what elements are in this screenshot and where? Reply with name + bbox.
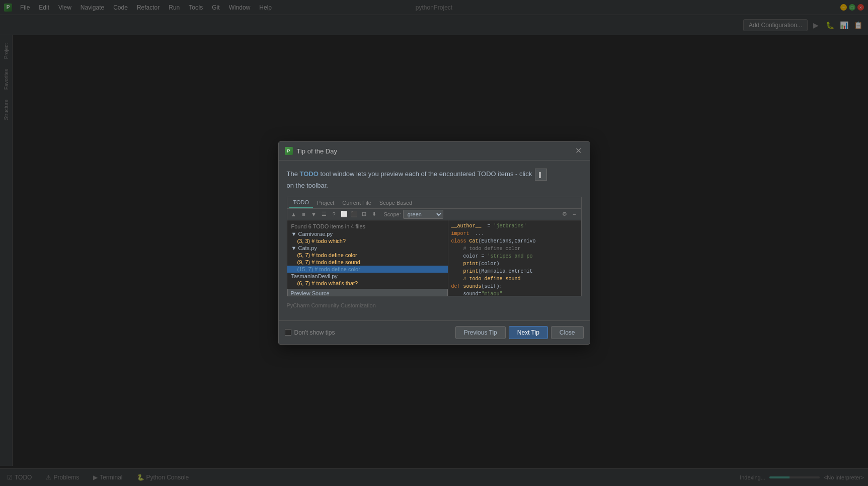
todo-download-icon[interactable]: ⬇: [370, 210, 379, 219]
dont-show-checkbox-area[interactable]: Don't show tips: [285, 329, 335, 336]
todo-item-4[interactable]: (15, 7) # todo define color: [287, 266, 448, 273]
tip-toolbar-icon: ▌: [535, 169, 547, 181]
tip-dialog: P Tip of the Day ✕ The TODO tool window …: [278, 141, 590, 345]
modal-overlay: P Tip of the Day ✕ The TODO tool window …: [0, 0, 868, 486]
todo-list-icon[interactable]: ≡: [299, 210, 308, 219]
todo-panel: TODO Project Current File Scope Based ▲ …: [287, 197, 582, 296]
dialog-actions: Don't show tips Previous Tip Next Tip Cl…: [279, 320, 590, 344]
code-line-7: print(Mammalia.extremit: [451, 268, 578, 275]
todo-file-carnivorae[interactable]: ▼ Carnivorae.py: [287, 230, 448, 237]
scope-label: Scope:: [384, 211, 401, 217]
todo-tab-scope-based[interactable]: Scope Based: [375, 198, 416, 208]
code-line-3: class Cat(Eutherians,Carnivo: [451, 237, 578, 245]
scope-dropdown[interactable]: green: [403, 210, 443, 219]
todo-tab-current-file[interactable]: Current File: [338, 198, 375, 208]
carnivorae-icon: ▼: [291, 231, 298, 237]
dialog-app-icon: P: [285, 147, 293, 155]
todo-item-3[interactable]: (9, 7) # todo define sound: [287, 259, 448, 266]
dialog-close-button[interactable]: ✕: [573, 146, 584, 156]
dialog-title: Tip of the Day: [297, 147, 573, 155]
todo-up-icon[interactable]: ▲: [289, 210, 298, 219]
todo-grid-icon[interactable]: ⊞: [360, 210, 369, 219]
previous-tip-button[interactable]: Previous Tip: [455, 326, 506, 339]
dialog-titlebar: P Tip of the Day ✕: [279, 142, 590, 160]
next-tip-button[interactable]: Next Tip: [509, 326, 548, 339]
cats-icon: ▼: [291, 245, 298, 251]
todo-code-preview: __author__ = 'jetbrains' import ... clas…: [448, 220, 581, 296]
todo-toolbar: ▲ ≡ ▼ ☰ ? ⬜ ⬛ ⊞ ⬇ Scope: green ⚙: [287, 209, 581, 220]
close-dialog-button[interactable]: Close: [551, 326, 584, 339]
todo-tab-todo[interactable]: TODO: [289, 197, 313, 208]
dont-show-checkbox[interactable]: [285, 329, 291, 336]
todo-list2-icon[interactable]: ☰: [320, 210, 329, 219]
todo-file-cats[interactable]: ▼ Cats.py: [287, 245, 448, 252]
code-line-2: import ...: [451, 230, 578, 237]
dialog-footer-text: PyCharm Community Customization: [287, 300, 582, 312]
tip-text-prefix: The: [287, 171, 300, 178]
todo-panel-icon[interactable]: ⬜: [340, 210, 349, 219]
tip-todo-word: TODO: [300, 171, 319, 178]
todo-item-5[interactable]: (6, 7) # todo what's that?: [287, 280, 448, 287]
dialog-body: The TODO tool window lets you preview ea…: [279, 160, 590, 320]
tip-text-suffix: tool window lets you preview each of the…: [319, 171, 532, 178]
todo-panel2-icon[interactable]: ⬛: [350, 210, 359, 219]
action-buttons: Previous Tip Next Tip Close: [455, 326, 584, 339]
todo-tab-project[interactable]: Project: [313, 198, 338, 208]
todo-content: Found 6 TODO items in 4 files ▼ Carnivor…: [287, 220, 581, 296]
code-line-5: color = 'stripes and po: [451, 253, 578, 260]
todo-file-tasmanian[interactable]: TasmanianDevil.py: [287, 273, 448, 280]
preview-source-tooltip: Preview Source: [287, 289, 448, 296]
tip-text-line2: on the toolbar.: [287, 182, 328, 189]
todo-settings-icon[interactable]: ⚙: [560, 210, 569, 219]
code-line-9: def sounds(self):: [451, 283, 578, 290]
todo-found-text: Found 6 TODO items in 4 files: [287, 222, 448, 230]
todo-scope-area: Scope: green: [384, 210, 443, 219]
tip-text: The TODO tool window lets you preview ea…: [287, 169, 582, 191]
code-line-1: __author__ = 'jetbrains': [451, 222, 578, 230]
todo-down-icon[interactable]: ▼: [309, 210, 319, 219]
todo-tree: Found 6 TODO items in 4 files ▼ Carnivor…: [287, 220, 448, 296]
code-line-4: # todo define color: [451, 245, 578, 253]
todo-item-2[interactable]: (5, 7) # todo define color: [287, 252, 448, 259]
dont-show-label: Don't show tips: [294, 329, 335, 336]
todo-close-panel-icon[interactable]: −: [570, 210, 579, 219]
todo-question-icon[interactable]: ?: [330, 210, 339, 219]
todo-item-1[interactable]: (3, 3) # todo which?: [287, 237, 448, 245]
code-line-6: print(color): [451, 260, 578, 268]
code-line-8: # todo define sound: [451, 275, 578, 283]
todo-tabs: TODO Project Current File Scope Based: [287, 197, 581, 209]
code-line-10: sound="miaou": [451, 290, 578, 296]
